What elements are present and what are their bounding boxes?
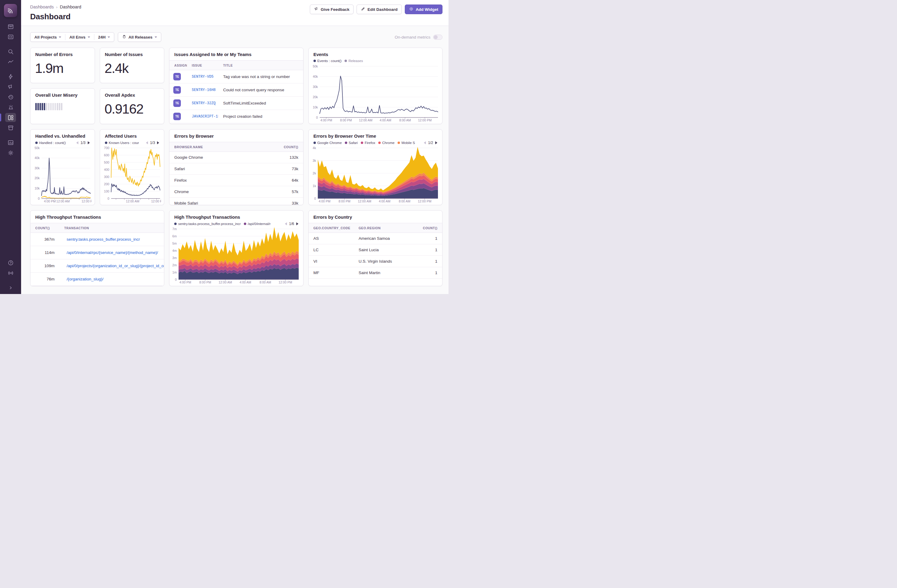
page-header: Dashboards › Dashboard Dashboard Give Fe… — [21, 0, 448, 26]
widget-title: Handled vs. Unhandled — [31, 130, 95, 139]
handled-chart[interactable]: 010k20k30k40k50k4:00 PM12:00 AM12:00 P — [33, 147, 92, 203]
sidebar-item-search-icon[interactable] — [5, 47, 16, 56]
widget-high-throughput-chart: High Throughput Transactions sentry.task… — [169, 210, 303, 286]
environment-filter[interactable]: All Envs — [66, 32, 94, 41]
legend-item[interactable]: Safari — [345, 141, 358, 145]
releases-filter[interactable]: All Releases — [118, 32, 161, 41]
affected-users-chart[interactable]: 010020030040050060070012:00 AM12:00 P — [103, 147, 161, 203]
column-header-browser-name[interactable]: BROWSER.NAME — [169, 145, 276, 149]
performance-icon — [7, 58, 14, 66]
breadcrumb-dashboards[interactable]: Dashboards — [30, 5, 54, 9]
sidebar-item-settings-icon[interactable] — [5, 148, 16, 157]
project-filter[interactable]: All Projects — [31, 32, 65, 41]
table-row: TEJAVASCRIPT-1BG2Project creation failed — [169, 110, 303, 123]
svg-text:2k: 2k — [312, 171, 316, 175]
legend-pagination: 1/3 — [75, 141, 90, 145]
toggle-knob — [434, 35, 438, 39]
column-header-issue[interactable]: ISSUE — [187, 64, 218, 67]
events-legend: Events : count()Releases — [309, 57, 442, 63]
avatar[interactable]: TE — [173, 113, 181, 120]
widget-title: Events — [309, 48, 442, 57]
legend-item[interactable]: Releases — [344, 59, 363, 63]
widget-overall-user-misery: Overall User Misery — [30, 88, 95, 124]
legend-item[interactable]: Mobile S — [398, 141, 415, 145]
avatar[interactable]: TE — [173, 86, 181, 94]
issue-link[interactable]: SENTRY-32ZQ — [187, 101, 218, 105]
column-header-count-[interactable]: COUNT() — [276, 145, 303, 149]
legend-label: Firefox — [365, 141, 375, 145]
legend-item[interactable]: Chrome — [378, 141, 395, 145]
selected-indicator — [0, 113, 1, 121]
alerts-icon — [7, 104, 14, 111]
pagination-count: 1/3 — [81, 141, 86, 145]
transaction-link[interactable]: /api/0/internal/rpc/{service_name}/{meth… — [60, 250, 164, 255]
sidebar-item-issues-icon[interactable] — [5, 22, 16, 31]
column-header-count-[interactable]: COUNT() — [418, 226, 442, 230]
previous-page-icon[interactable] — [146, 141, 148, 144]
add-widget-button[interactable]: Add Widget — [405, 5, 442, 14]
high-throughput-chart[interactable]: 01m2m3m4m5m6m7m4:00 PM8:00 PM12:00 AM4:0… — [172, 228, 300, 284]
column-header-assignee[interactable]: ASSIGNEE — [169, 64, 187, 67]
legend-label: sentry.tasks.process_buffer.process_incr — [178, 222, 240, 226]
widget-errors-by-country: Errors by Country GEO.COUNTRY_CODEGEO.RE… — [308, 210, 442, 286]
svg-text:4:00 PM: 4:00 PM — [318, 199, 331, 203]
sidebar-item-help-icon[interactable] — [5, 258, 16, 267]
sidebar-item-feedback-icon[interactable] — [5, 82, 16, 91]
column-header-transaction[interactable]: TRANSACTION — [60, 226, 164, 230]
chevron-down-icon — [59, 37, 61, 38]
next-page-icon[interactable] — [88, 141, 90, 144]
sidebar-item-alerts-icon[interactable] — [5, 103, 16, 112]
transaction-link[interactable]: /api/0/projects/{organization_id_or_slug… — [60, 264, 164, 268]
events-chart[interactable]: 010k20k30k40k50k4:00 PM8:00 PM12:00 AM4:… — [311, 65, 439, 122]
misery-bar-empty — [48, 103, 50, 110]
legend-item[interactable]: sentry.tasks.process_buffer.process_incr — [174, 222, 240, 226]
breadcrumb-current: Dashboard — [60, 5, 81, 9]
column-header-geo-country-code[interactable]: GEO.COUNTRY_CODE — [309, 226, 354, 230]
sidebar-item-stats-icon[interactable] — [5, 138, 16, 147]
apdex-value: 0.9162 — [100, 98, 164, 117]
pencil-icon — [361, 7, 365, 12]
sidebar-item-expand-icon[interactable] — [5, 283, 16, 292]
legend-item[interactable]: Handled : count() — [35, 141, 66, 145]
sidebar-item-releases-icon[interactable] — [5, 123, 16, 132]
table-row: LCSaint Lucia1 — [309, 244, 442, 256]
sidebar-item-broadcast-icon[interactable] — [5, 269, 16, 278]
column-header-geo-region[interactable]: GEO.REGION — [354, 226, 418, 230]
errors-over-time-chart[interactable]: 01k2k3k4k4:00 PM8:00 PM12:00 AM4:00 AM8:… — [311, 147, 439, 203]
previous-page-icon[interactable] — [285, 222, 287, 225]
sidebar-item-performance-icon[interactable] — [5, 57, 16, 66]
next-page-icon[interactable] — [296, 222, 298, 225]
next-page-icon[interactable] — [435, 141, 437, 144]
previous-page-icon[interactable] — [76, 141, 78, 144]
issue-link[interactable]: SENTRY-16H8 — [187, 88, 218, 92]
next-page-icon[interactable] — [157, 141, 159, 144]
legend-item[interactable]: Known Users : cour — [105, 141, 139, 145]
transaction-link[interactable]: /{organization_slug}/ — [60, 277, 164, 281]
legend-item[interactable]: Firefox — [361, 141, 375, 145]
issue-link[interactable]: JAVASCRIPT-1BG2 — [187, 115, 218, 119]
give-feedback-button[interactable]: Give Feedback — [310, 5, 354, 14]
legend-item[interactable]: Events : count() — [314, 59, 342, 63]
table-row: TESENTRY-32ZQSoftTimeLimitExceeded — [169, 97, 303, 110]
on-demand-metrics-toggle[interactable] — [433, 35, 442, 40]
transaction-link[interactable]: sentry.tasks.process_buffer.process_incr — [60, 237, 164, 241]
releases-icon — [7, 124, 14, 131]
time-range-filter[interactable]: 24H — [94, 32, 114, 41]
column-header-count-[interactable]: COUNT() — [31, 226, 60, 230]
issues-assigned-table: ASSIGNEEISSUETITLETESENTRY-VD5Tag value … — [169, 60, 303, 123]
sidebar-item-lightning-icon[interactable] — [5, 72, 16, 81]
column-header-title[interactable]: TITLE — [218, 64, 303, 67]
browser-name: Safari — [169, 166, 276, 171]
edit-dashboard-button[interactable]: Edit Dashboard — [357, 5, 402, 14]
sidebar-item-replays-icon[interactable] — [5, 93, 16, 101]
previous-page-icon[interactable] — [424, 141, 426, 144]
sidebar-item-dashboards-icon[interactable] — [5, 113, 16, 122]
legend-item[interactable]: /api/0/internal/r — [244, 222, 271, 226]
issue-link[interactable]: SENTRY-VD5 — [187, 75, 218, 79]
avatar[interactable]: TE — [173, 73, 181, 81]
issue-title: Could not convert query response — [218, 88, 303, 92]
sentry-logo[interactable] — [4, 4, 17, 17]
legend-item[interactable]: Google Chrome — [314, 141, 342, 145]
avatar[interactable]: TE — [173, 99, 181, 107]
sidebar-item-projects-icon[interactable] — [5, 32, 16, 41]
